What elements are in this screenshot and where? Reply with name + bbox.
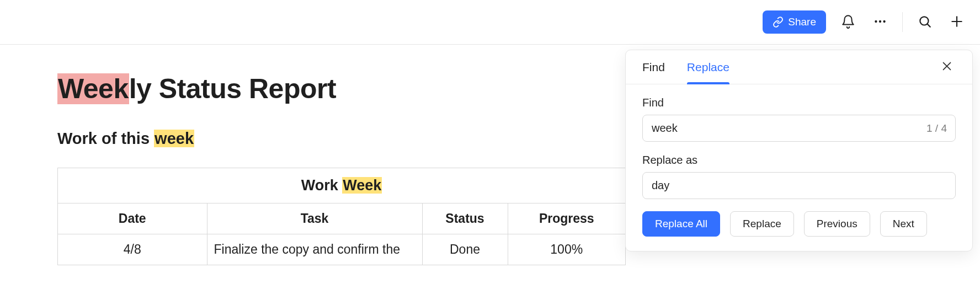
search-icon: [918, 14, 932, 30]
title-rest: ly Status Report: [129, 73, 336, 104]
column-status[interactable]: Status: [422, 203, 508, 234]
replace-button[interactable]: Replace: [730, 211, 794, 237]
ellipsis-icon: [873, 14, 887, 30]
topbar: Share: [0, 0, 980, 45]
tab-find[interactable]: Find: [642, 50, 665, 84]
subhead-prefix: Work of this: [57, 130, 154, 147]
column-date[interactable]: Date: [58, 203, 207, 234]
table: Work Week Date Task Status Progress 4/8 …: [57, 168, 626, 265]
table-title-prefix: Work: [301, 177, 343, 194]
column-progress[interactable]: Progress: [508, 203, 625, 234]
panel-close-button[interactable]: [938, 58, 956, 76]
svg-point-2: [883, 20, 885, 22]
section-heading[interactable]: Work of this week: [57, 130, 684, 148]
match-counter: 1 / 4: [926, 122, 947, 135]
notifications-button[interactable]: [838, 12, 858, 32]
tab-replace[interactable]: Replace: [687, 50, 729, 84]
search-button[interactable]: [915, 12, 935, 32]
cell-date[interactable]: 4/8: [58, 234, 207, 265]
plus-icon: [950, 14, 964, 30]
toolbar-divider: [902, 12, 903, 32]
add-button[interactable]: [947, 12, 967, 32]
panel-tabs: Find Replace: [626, 50, 972, 84]
cell-progress[interactable]: 100%: [508, 234, 625, 265]
document: Weekly Status Report Work of this week W…: [0, 45, 684, 265]
replace-label: Replace as: [642, 154, 956, 167]
replace-input-row: [642, 172, 956, 199]
share-button[interactable]: Share: [763, 10, 826, 34]
search-current-match: Week: [57, 73, 129, 104]
table-title[interactable]: Work Week: [58, 168, 625, 203]
panel-body: Find 1 / 4 Replace as Replace All Replac…: [626, 84, 972, 251]
search-match: week: [154, 130, 194, 147]
page-title[interactable]: Weekly Status Report: [57, 72, 684, 105]
find-input[interactable]: [642, 115, 956, 142]
more-button[interactable]: [870, 12, 890, 32]
share-button-label: Share: [788, 16, 816, 28]
table-row: 4/8 Finalize the copy and confirm the Do…: [58, 234, 625, 265]
replace-input[interactable]: [642, 172, 956, 199]
close-icon: [941, 60, 953, 74]
cell-task[interactable]: Finalize the copy and confirm the: [207, 234, 422, 265]
find-label: Find: [642, 97, 956, 109]
table-header-row: Date Task Status Progress: [58, 203, 625, 234]
replace-all-button[interactable]: Replace All: [642, 211, 720, 237]
panel-buttons: Replace All Replace Previous Next: [642, 211, 956, 237]
search-match: Week: [342, 177, 382, 194]
column-task[interactable]: Task: [207, 203, 422, 234]
find-input-row: 1 / 4: [642, 115, 956, 142]
bell-icon: [841, 14, 855, 30]
previous-button[interactable]: Previous: [804, 211, 870, 237]
svg-point-0: [875, 20, 877, 22]
find-replace-panel: Find Replace Find 1 / 4 Replace as Repla…: [625, 50, 973, 251]
cell-status[interactable]: Done: [422, 234, 508, 265]
svg-point-1: [879, 20, 881, 22]
link-icon: [773, 17, 784, 28]
svg-line-4: [928, 24, 930, 26]
next-button[interactable]: Next: [880, 211, 927, 237]
